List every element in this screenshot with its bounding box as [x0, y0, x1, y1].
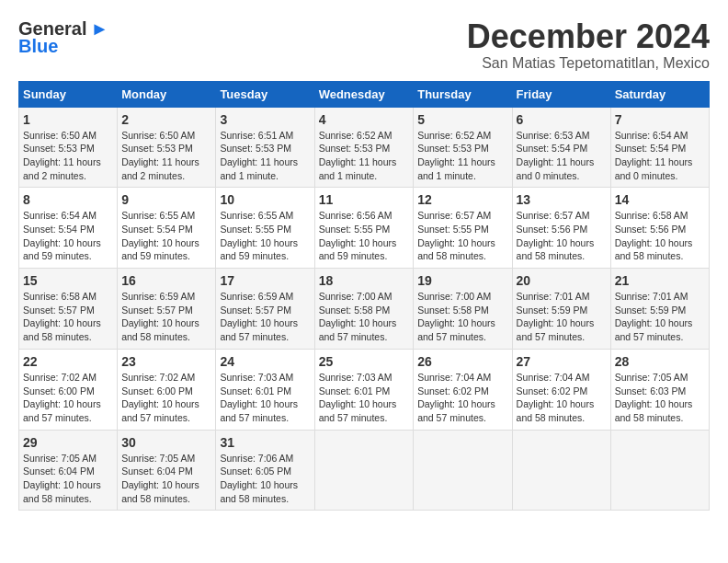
day-number: 17	[220, 273, 310, 288]
cell-info: Sunrise: 6:55 AMSunset: 5:54 PMDaylight:…	[121, 209, 211, 263]
calendar-cell: 15Sunrise: 6:58 AMSunset: 5:57 PMDayligh…	[19, 269, 118, 350]
calendar-cell: 20Sunrise: 7:01 AMSunset: 5:59 PMDayligh…	[512, 269, 610, 350]
calendar-header: SundayMondayTuesdayWednesdayThursdayFrid…	[19, 81, 710, 107]
day-number: 16	[121, 273, 211, 288]
cell-info: Sunrise: 6:55 AMSunset: 5:55 PMDaylight:…	[220, 209, 310, 263]
cell-info: Sunrise: 6:50 AMSunset: 5:53 PMDaylight:…	[121, 129, 211, 183]
calendar-cell: 21Sunrise: 7:01 AMSunset: 5:59 PMDayligh…	[610, 269, 709, 350]
day-number: 4	[319, 112, 410, 127]
calendar-cell: 10Sunrise: 6:55 AMSunset: 5:55 PMDayligh…	[216, 188, 314, 269]
day-number: 31	[220, 435, 310, 450]
day-number: 1	[23, 112, 113, 127]
day-number: 21	[615, 273, 705, 288]
day-number: 18	[319, 273, 410, 288]
location-title: San Matias Tepetomatitlan, Mexico	[467, 55, 710, 72]
day-number: 28	[615, 354, 705, 369]
calendar-cell	[610, 430, 709, 511]
cell-info: Sunrise: 7:00 AMSunset: 5:58 PMDaylight:…	[417, 290, 507, 344]
day-number: 26	[417, 354, 507, 369]
cell-info: Sunrise: 6:50 AMSunset: 5:53 PMDaylight:…	[23, 129, 113, 183]
weekday-header-tuesday: Tuesday	[216, 81, 314, 107]
calendar-cell: 14Sunrise: 6:58 AMSunset: 5:56 PMDayligh…	[610, 188, 709, 269]
calendar-cell: 31Sunrise: 7:06 AMSunset: 6:05 PMDayligh…	[216, 430, 314, 511]
cell-info: Sunrise: 6:54 AMSunset: 5:54 PMDaylight:…	[23, 209, 113, 263]
title-block: December 2024 San Matias Tepetomatitlan,…	[467, 18, 710, 72]
logo-bird-icon: ►	[90, 18, 108, 40]
day-number: 15	[23, 273, 113, 288]
weekday-header-monday: Monday	[118, 81, 216, 107]
day-number: 9	[121, 192, 211, 207]
calendar-cell: 3Sunrise: 6:51 AMSunset: 5:53 PMDaylight…	[216, 107, 314, 188]
cell-info: Sunrise: 6:52 AMSunset: 5:53 PMDaylight:…	[319, 129, 410, 183]
day-number: 27	[517, 354, 607, 369]
weekday-header-saturday: Saturday	[610, 81, 709, 107]
cell-info: Sunrise: 7:02 AMSunset: 6:00 PMDaylight:…	[121, 371, 211, 425]
cell-info: Sunrise: 6:54 AMSunset: 5:54 PMDaylight:…	[615, 129, 705, 183]
cell-info: Sunrise: 6:59 AMSunset: 5:57 PMDaylight:…	[121, 290, 211, 344]
calendar-cell	[314, 430, 414, 511]
day-number: 2	[121, 112, 211, 127]
calendar-cell: 28Sunrise: 7:05 AMSunset: 6:03 PMDayligh…	[610, 349, 709, 430]
cell-info: Sunrise: 7:04 AMSunset: 6:02 PMDaylight:…	[417, 371, 507, 425]
cell-info: Sunrise: 6:57 AMSunset: 5:55 PMDaylight:…	[417, 209, 507, 263]
calendar-cell: 18Sunrise: 7:00 AMSunset: 5:58 PMDayligh…	[314, 269, 414, 350]
day-number: 19	[417, 273, 507, 288]
cell-info: Sunrise: 7:05 AMSunset: 6:03 PMDaylight:…	[615, 371, 705, 425]
cell-info: Sunrise: 6:53 AMSunset: 5:54 PMDaylight:…	[517, 129, 607, 183]
calendar-cell: 7Sunrise: 6:54 AMSunset: 5:54 PMDaylight…	[610, 107, 709, 188]
calendar-cell: 5Sunrise: 6:52 AMSunset: 5:53 PMDaylight…	[414, 107, 512, 188]
cell-info: Sunrise: 6:52 AMSunset: 5:53 PMDaylight:…	[417, 129, 507, 183]
day-number: 29	[23, 435, 113, 450]
calendar-cell: 30Sunrise: 7:05 AMSunset: 6:04 PMDayligh…	[118, 430, 216, 511]
calendar-table: SundayMondayTuesdayWednesdayThursdayFrid…	[18, 81, 710, 511]
weekday-header-wednesday: Wednesday	[314, 81, 414, 107]
calendar-cell: 6Sunrise: 6:53 AMSunset: 5:54 PMDaylight…	[512, 107, 610, 188]
calendar-week-2: 8Sunrise: 6:54 AMSunset: 5:54 PMDaylight…	[19, 188, 710, 269]
calendar-week-3: 15Sunrise: 6:58 AMSunset: 5:57 PMDayligh…	[19, 269, 710, 350]
calendar-cell: 2Sunrise: 6:50 AMSunset: 5:53 PMDaylight…	[118, 107, 216, 188]
day-number: 14	[615, 192, 705, 207]
calendar-cell: 24Sunrise: 7:03 AMSunset: 6:01 PMDayligh…	[216, 349, 314, 430]
calendar-cell: 12Sunrise: 6:57 AMSunset: 5:55 PMDayligh…	[414, 188, 512, 269]
weekday-header-thursday: Thursday	[414, 81, 512, 107]
calendar-cell: 4Sunrise: 6:52 AMSunset: 5:53 PMDaylight…	[314, 107, 414, 188]
calendar-cell: 9Sunrise: 6:55 AMSunset: 5:54 PMDaylight…	[118, 188, 216, 269]
day-number: 22	[23, 354, 113, 369]
day-number: 7	[615, 112, 705, 127]
calendar-cell: 27Sunrise: 7:04 AMSunset: 6:02 PMDayligh…	[512, 349, 610, 430]
cell-info: Sunrise: 6:58 AMSunset: 5:56 PMDaylight:…	[615, 209, 705, 263]
calendar-cell: 11Sunrise: 6:56 AMSunset: 5:55 PMDayligh…	[314, 188, 414, 269]
calendar-cell: 13Sunrise: 6:57 AMSunset: 5:56 PMDayligh…	[512, 188, 610, 269]
cell-info: Sunrise: 7:03 AMSunset: 6:01 PMDaylight:…	[220, 371, 310, 425]
cell-info: Sunrise: 6:57 AMSunset: 5:56 PMDaylight:…	[517, 209, 607, 263]
calendar-cell	[512, 430, 610, 511]
weekday-header-friday: Friday	[512, 81, 610, 107]
calendar-cell: 8Sunrise: 6:54 AMSunset: 5:54 PMDaylight…	[19, 188, 118, 269]
day-number: 24	[220, 354, 310, 369]
day-number: 6	[517, 112, 607, 127]
weekday-header-sunday: Sunday	[19, 81, 118, 107]
calendar-week-4: 22Sunrise: 7:02 AMSunset: 6:00 PMDayligh…	[19, 349, 710, 430]
day-number: 3	[220, 112, 310, 127]
weekday-header-row: SundayMondayTuesdayWednesdayThursdayFrid…	[19, 81, 710, 107]
calendar-cell: 26Sunrise: 7:04 AMSunset: 6:02 PMDayligh…	[414, 349, 512, 430]
day-number: 5	[417, 112, 507, 127]
logo: General ► Blue	[18, 18, 108, 57]
month-title: December 2024	[467, 18, 710, 55]
cell-info: Sunrise: 7:01 AMSunset: 5:59 PMDaylight:…	[517, 290, 607, 344]
cell-info: Sunrise: 7:05 AMSunset: 6:04 PMDaylight:…	[121, 452, 211, 506]
calendar-cell: 22Sunrise: 7:02 AMSunset: 6:00 PMDayligh…	[19, 349, 118, 430]
calendar-cell: 1Sunrise: 6:50 AMSunset: 5:53 PMDaylight…	[19, 107, 118, 188]
cell-info: Sunrise: 6:59 AMSunset: 5:57 PMDaylight:…	[220, 290, 310, 344]
cell-info: Sunrise: 6:51 AMSunset: 5:53 PMDaylight:…	[220, 129, 310, 183]
calendar-cell: 29Sunrise: 7:05 AMSunset: 6:04 PMDayligh…	[19, 430, 118, 511]
day-number: 10	[220, 192, 310, 207]
day-number: 20	[517, 273, 607, 288]
page-header: General ► Blue December 2024 San Matias …	[18, 18, 710, 72]
calendar-cell: 16Sunrise: 6:59 AMSunset: 5:57 PMDayligh…	[118, 269, 216, 350]
logo-blue: Blue	[18, 36, 58, 57]
cell-info: Sunrise: 7:03 AMSunset: 6:01 PMDaylight:…	[319, 371, 410, 425]
calendar-cell: 17Sunrise: 6:59 AMSunset: 5:57 PMDayligh…	[216, 269, 314, 350]
day-number: 25	[319, 354, 410, 369]
day-number: 30	[121, 435, 211, 450]
